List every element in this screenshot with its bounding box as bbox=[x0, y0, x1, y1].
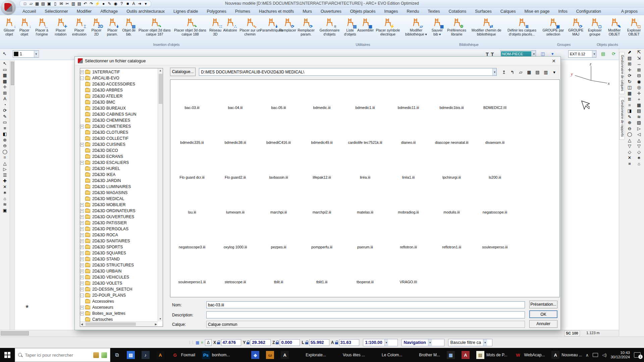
ribbon-button[interactable]: ↓ Glisser objet bbox=[1, 16, 17, 43]
qat-icon[interactable]: ▣ bbox=[47, 2, 52, 6]
tool-icon[interactable]: △ bbox=[3, 161, 7, 166]
tab-gestionnaire-rapports[interactable]: Gestionnaire de rapports bbox=[619, 97, 625, 140]
menu-tab[interactable]: Affichage bbox=[96, 8, 122, 15]
tree-item[interactable]: Cartouches bbox=[80, 316, 158, 321]
tree-expander-icon[interactable]: + bbox=[80, 203, 84, 207]
lock-icon[interactable] bbox=[305, 341, 308, 344]
dialog-toolbar-icon[interactable]: ▤ bbox=[534, 68, 541, 76]
catalog-item[interactable]: bdmedic11.iii bbox=[387, 82, 430, 117]
tree-item[interactable]: 2D&3D COLLECTIF bbox=[80, 135, 158, 141]
tool-icon[interactable]: ◧ bbox=[3, 132, 7, 136]
grid-toggle-icon[interactable]: ⌗ bbox=[201, 340, 203, 345]
tool-icon[interactable]: ↻ bbox=[628, 79, 632, 84]
nom-input[interactable] bbox=[206, 301, 525, 308]
tool-icon[interactable]: ⊖ bbox=[3, 143, 7, 148]
search-input[interactable] bbox=[25, 353, 91, 358]
coordinate-value[interactable]: 31.63 bbox=[339, 339, 359, 346]
delta-toggle[interactable]: Δ bbox=[205, 339, 212, 346]
tool-icon[interactable]: ≋ bbox=[3, 202, 7, 206]
network-icon[interactable] bbox=[593, 353, 598, 357]
catalog-item[interactable]: stetoscope.iii bbox=[214, 257, 257, 292]
tree-expander-icon[interactable]: - bbox=[80, 294, 84, 297]
qat-icon[interactable]: ↷ bbox=[89, 2, 94, 6]
dialog-toolbar-icon[interactable]: ▾ bbox=[550, 68, 558, 76]
catalog-item[interactable]: pompperfu.iii bbox=[300, 222, 343, 257]
qat-icon[interactable]: ◉ bbox=[113, 2, 118, 6]
ribbon-button[interactable]: ⇄ Modifier chemin de bibliothèque bbox=[469, 16, 504, 43]
menu-tab[interactable]: Sélectionner bbox=[40, 8, 72, 15]
menu-tab[interactable]: Cotations bbox=[444, 8, 471, 15]
tree-item[interactable]: + 2D&3D SANITAIRES bbox=[80, 238, 158, 244]
menu-tab[interactable]: Infos bbox=[554, 8, 572, 15]
tree-expander-icon[interactable]: + bbox=[80, 125, 84, 128]
tree-expander-icon[interactable]: + bbox=[80, 227, 84, 231]
catalog-item[interactable]: marchpi.iii bbox=[257, 187, 300, 222]
tree-item[interactable]: + 2D&3D CIMETIERES bbox=[80, 123, 158, 129]
ribbon-button[interactable]: ∿ Placer sur un chemin bbox=[237, 16, 262, 43]
taskbar-app[interactable] bbox=[233, 348, 248, 362]
catalog-item[interactable]: mobradiog.iii bbox=[387, 187, 430, 222]
taskbar-app[interactable]: A bbox=[277, 348, 292, 362]
taskbar-search[interactable] bbox=[15, 348, 110, 362]
catalog-item[interactable]: BDMEDIC2.III bbox=[473, 82, 517, 117]
catalog-item[interactable]: negatoscope3.iii bbox=[170, 222, 214, 257]
catalog-item[interactable]: reflotron.iii bbox=[387, 222, 430, 257]
tool-icon[interactable]: ✚ bbox=[3, 179, 7, 183]
tool-icon[interactable]: ◨ bbox=[628, 109, 632, 113]
tool-icon[interactable]: ⇱ bbox=[637, 50, 641, 54]
tree-item[interactable]: + 2D&3D VEHICULES bbox=[80, 274, 158, 280]
snap-toggle-icon[interactable]: ▦ bbox=[196, 340, 199, 345]
catalog-item[interactable]: tblit1.iii bbox=[300, 257, 343, 292]
catalog-item[interactable]: dianeo.iii bbox=[387, 117, 430, 152]
tool-icon[interactable]: ▤ bbox=[637, 109, 641, 113]
tool-icon[interactable]: ⊟ bbox=[637, 73, 641, 78]
tool-icon[interactable]: ✛ bbox=[628, 68, 632, 72]
catalog-item[interactable]: reflotron1.iii bbox=[430, 222, 473, 257]
tree-item[interactable]: 2D&3D JARDIN bbox=[80, 178, 158, 184]
taskbar-clock[interactable]: 10:43 30/12/2024 bbox=[610, 351, 630, 359]
tree-item[interactable]: 2D&3D CHEMINEES bbox=[80, 117, 158, 123]
path-combo[interactable]: D:\MES DOCUMENTS\ARCALIB-EVO\2D&3D MEDIC… bbox=[199, 68, 497, 76]
scale-combo[interactable]: 1:100.00▾ bbox=[363, 339, 398, 346]
catalog-item[interactable]: cardiolife tec7521k.iii bbox=[343, 117, 387, 152]
tree-item[interactable]: + 2D&3D PATISSIER bbox=[80, 220, 158, 226]
tree-item[interactable]: + 2D&3D OUVERTURES bbox=[80, 214, 158, 220]
tree-expander-icon[interactable]: - bbox=[80, 76, 84, 80]
ribbon-button[interactable]: ✎ Modifier OBJET bbox=[605, 16, 624, 43]
scrollbar-thumb[interactable] bbox=[86, 322, 136, 326]
tool-icon[interactable]: ◇ bbox=[628, 150, 631, 154]
tool-icon[interactable]: ◯ bbox=[627, 132, 632, 136]
tool-icon[interactable]: △ bbox=[628, 138, 631, 142]
tool-icon[interactable]: ☰ bbox=[3, 173, 7, 177]
taskbar-app[interactable]: ♪ bbox=[138, 348, 153, 362]
catalog-item[interactable]: modulis.iii bbox=[430, 187, 473, 222]
canvas-horizontal-scrollbar[interactable] bbox=[0, 330, 619, 337]
catalog-item[interactable]: souleveperso1.iii bbox=[170, 257, 214, 292]
catalog-item[interactable]: ls200.iii bbox=[473, 152, 517, 187]
tool-icon[interactable]: ◯ bbox=[2, 149, 7, 154]
tool-icon[interactable]: ▦ bbox=[637, 103, 641, 107]
qat-icon[interactable]: ■ bbox=[125, 2, 130, 6]
ribbon-button[interactable]: ↷ Placer objet 2d dans calque 187 bbox=[137, 16, 172, 43]
tree-item[interactable]: 2D&3D LUMINAIRES bbox=[80, 184, 158, 190]
tree-expander-icon[interactable]: + bbox=[80, 257, 84, 261]
tree-item[interactable]: + 2D&3D STRUCTURES bbox=[80, 262, 158, 268]
qat-icon[interactable]: ✎ bbox=[107, 2, 112, 6]
catalog-item[interactable]: VRAGO.III bbox=[387, 257, 430, 292]
catalog-item[interactable]: negatoscope.iii bbox=[473, 187, 517, 222]
tool-icon[interactable]: ▦ bbox=[628, 91, 632, 96]
qat-icon[interactable]: ▤ bbox=[77, 2, 82, 6]
tree-item[interactable]: 2D&3D ACCESSOIRES bbox=[80, 81, 158, 87]
tool-icon[interactable]: ✕ bbox=[628, 156, 632, 160]
ribbon-button[interactable]: ↷ Placer objet 3d dans calque 188 bbox=[172, 16, 208, 43]
tree-item[interactable]: Accessoires bbox=[80, 298, 158, 304]
tool-icon[interactable]: ▭ bbox=[3, 120, 7, 124]
qat-icon[interactable]: ▯ bbox=[53, 2, 58, 6]
app-logo[interactable] bbox=[1, 0, 15, 14]
start-button[interactable] bbox=[0, 348, 15, 362]
tool-icon[interactable]: ⊞ bbox=[637, 68, 641, 72]
tree-item[interactable]: + 2D&3D STAND bbox=[80, 256, 158, 262]
tool-icon[interactable]: ⇲ bbox=[637, 56, 641, 60]
catalog-item[interactable]: bdmedic1bis.iii bbox=[430, 82, 473, 117]
catalog-item[interactable]: pserum.iii bbox=[343, 222, 387, 257]
